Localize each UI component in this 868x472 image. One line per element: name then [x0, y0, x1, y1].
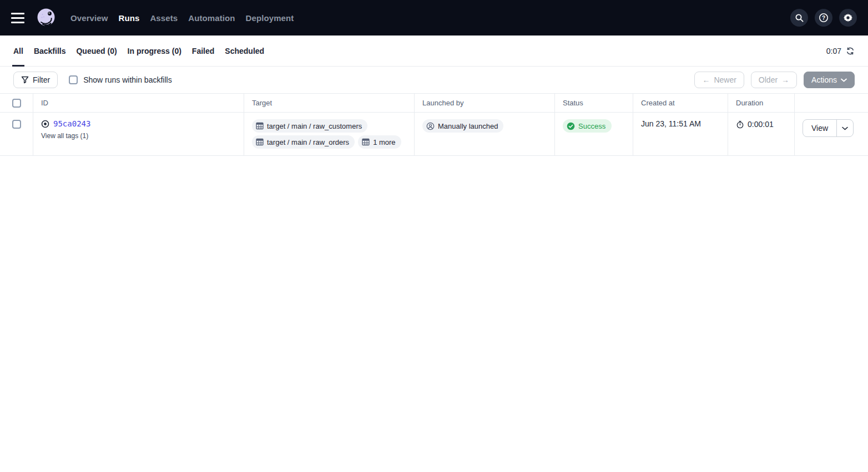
runs-tabs: All Backfills Queued (0) In progress (0)… [13, 35, 264, 66]
gear-icon [843, 13, 853, 23]
run-id-link[interactable]: 95ca0243 [53, 119, 90, 128]
runs-table: ID Target Launched by Status Created at … [0, 93, 868, 156]
nav-item-overview[interactable]: Overview [70, 13, 108, 23]
target-cell: target / main / raw_customers target / m… [244, 113, 415, 155]
show-backfills-label: Show runs within backfills [83, 75, 172, 84]
table-row: 95ca0243 View all tags (1) target / main… [0, 113, 868, 156]
chevron-down-icon [841, 78, 847, 82]
column-header-id: ID [33, 94, 244, 112]
main-nav: Overview Runs Assets Automation Deployme… [70, 13, 294, 23]
asset-chip[interactable]: target / main / raw_orders [252, 135, 355, 149]
column-header-launched-by: Launched by [415, 94, 555, 112]
tab-failed[interactable]: Failed [192, 35, 214, 66]
help-icon: ? [819, 13, 829, 23]
topbar-actions: ? [790, 9, 857, 27]
tab-scheduled[interactable]: Scheduled [225, 35, 264, 66]
launched-by-label: Manually launched [438, 122, 498, 130]
actions-button[interactable]: Actions [804, 72, 855, 88]
dagster-logo[interactable] [36, 7, 57, 28]
help-button[interactable]: ? [815, 9, 832, 27]
view-split-button: View [803, 119, 854, 137]
duration-label: 0:00:01 [748, 120, 774, 129]
nav-item-deployment[interactable]: Deployment [246, 13, 294, 23]
show-backfills-checkbox[interactable] [69, 75, 78, 84]
older-button-label: Older [759, 75, 778, 84]
launched-by-cell: Manually launched [415, 113, 555, 155]
stopwatch-icon [736, 120, 744, 129]
column-header-status: Status [555, 94, 633, 112]
asset-chip[interactable]: target / main / raw_customers [252, 119, 367, 133]
newer-button-label: Newer [714, 75, 736, 84]
run-status-dot-icon [41, 120, 49, 128]
filter-funnel-icon [21, 76, 29, 84]
tab-all[interactable]: All [13, 35, 23, 66]
settings-button[interactable] [839, 9, 857, 27]
search-button[interactable] [790, 9, 808, 27]
more-assets-chip[interactable]: 1 more [358, 135, 401, 149]
view-dropdown-button[interactable] [836, 120, 853, 136]
row-checkbox[interactable] [12, 120, 21, 129]
asset-chip-label: target / main / raw_orders [267, 138, 349, 146]
tab-in-progress[interactable]: In progress (0) [128, 35, 181, 66]
hamburger-menu-icon[interactable] [11, 10, 27, 26]
arrow-left-icon: ← [702, 75, 710, 84]
asset-chip-label: target / main / raw_customers [267, 122, 362, 130]
search-icon [795, 13, 804, 23]
more-assets-chip-label: 1 more [373, 138, 395, 146]
launched-by-chip[interactable]: Manually launched [422, 119, 503, 133]
view-button[interactable]: View [803, 120, 836, 136]
column-header-duration: Duration [728, 94, 795, 112]
tab-backfills[interactable]: Backfills [34, 35, 66, 66]
filter-button[interactable]: Filter [13, 72, 58, 88]
status-label: Success [578, 122, 605, 130]
view-all-tags-link[interactable]: View all tags (1) [41, 132, 236, 140]
nav-item-automation[interactable]: Automation [188, 13, 235, 23]
runs-tabs-row: All Backfills Queued (0) In progress (0)… [0, 35, 868, 67]
top-navigation-bar: Overview Runs Assets Automation Deployme… [0, 0, 868, 35]
status-badge: Success [563, 119, 612, 133]
actions-button-label: Actions [811, 75, 837, 84]
nav-item-runs[interactable]: Runs [119, 13, 140, 23]
column-header-target: Target [244, 94, 415, 112]
table-grid-icon [362, 138, 370, 146]
row-actions-cell: View [795, 113, 868, 155]
table-grid-icon [256, 122, 264, 130]
table-header-row: ID Target Launched by Status Created at … [0, 94, 868, 113]
column-header-created-at: Created at [633, 94, 728, 112]
newer-button[interactable]: ← Newer [694, 72, 744, 88]
run-id-cell: 95ca0243 View all tags (1) [33, 113, 244, 155]
duration-cell: 0:00:01 [728, 113, 795, 155]
older-button[interactable]: Older → [751, 72, 797, 88]
tab-queued[interactable]: Queued (0) [76, 35, 117, 66]
filter-button-label: Filter [33, 75, 50, 84]
svg-text:?: ? [822, 15, 825, 21]
user-icon [426, 122, 435, 130]
created-at-cell: Jun 23, 11:51 AM [633, 113, 728, 155]
refresh-icon[interactable] [846, 47, 855, 55]
refresh-countdown: 0:07 [826, 47, 841, 55]
check-circle-icon [567, 122, 575, 130]
arrow-right-icon: → [781, 75, 789, 84]
select-all-checkbox[interactable] [12, 99, 21, 108]
column-header-actions [795, 94, 868, 112]
runs-toolbar: Filter Show runs within backfills ← Newe… [0, 67, 868, 93]
table-grid-icon [256, 138, 264, 146]
nav-item-assets[interactable]: Assets [150, 13, 178, 23]
chevron-down-icon [842, 126, 848, 130]
status-cell: Success [555, 113, 633, 155]
